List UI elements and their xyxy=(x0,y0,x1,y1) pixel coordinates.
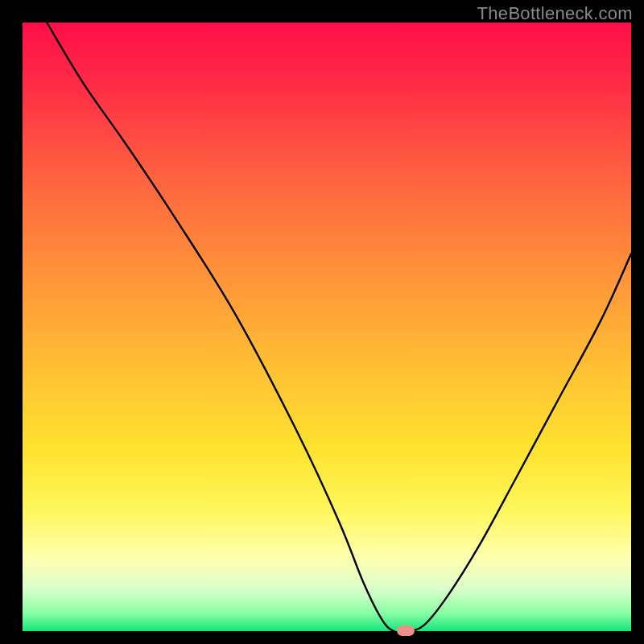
optimal-point-marker xyxy=(397,625,415,636)
chart-frame: TheBottleneck.com xyxy=(0,0,644,644)
plot-area xyxy=(23,23,631,631)
watermark-text: TheBottleneck.com xyxy=(477,3,633,24)
gradient-background xyxy=(23,23,631,631)
bottleneck-chart xyxy=(23,23,631,631)
